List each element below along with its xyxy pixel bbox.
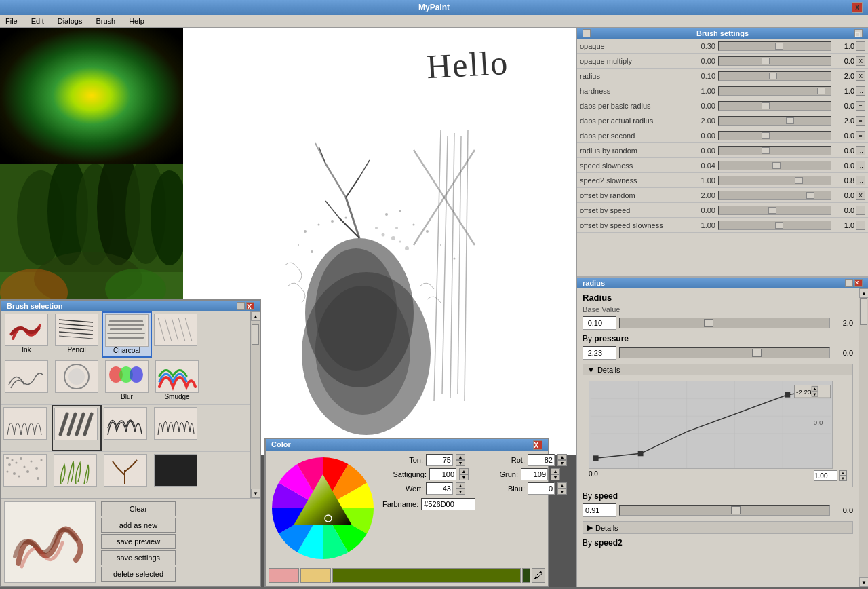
- bs-expand-icon[interactable]: □: [854, 29, 863, 37]
- ton-input[interactable]: [426, 454, 453, 466]
- cp1[interactable]: [593, 455, 599, 461]
- rot-up[interactable]: ▲: [557, 454, 567, 460]
- rad-scroll-down[interactable]: ▼: [859, 577, 868, 587]
- dabs-second-thumb[interactable]: [762, 132, 770, 139]
- opaque-multiply-slider[interactable]: [718, 56, 831, 66]
- rot-down[interactable]: ▼: [557, 460, 567, 466]
- ton-down[interactable]: ▼: [456, 460, 465, 466]
- radius-random-slider[interactable]: [718, 146, 831, 155]
- curve-down[interactable]: ▼: [839, 476, 847, 481]
- offset-random-slider[interactable]: [718, 191, 831, 200]
- color-wheel[interactable]: [269, 454, 377, 563]
- brush-item-13[interactable]: [1, 452, 52, 498]
- curve-right-input[interactable]: [814, 470, 837, 481]
- save-settings-button[interactable]: save settings: [101, 550, 176, 565]
- opaque-btn[interactable]: ...: [856, 41, 865, 51]
- brush-item-4[interactable]: [152, 311, 202, 358]
- wert-input[interactable]: [426, 482, 453, 495]
- brush-item-10[interactable]: [52, 405, 102, 451]
- brush-scroll-up[interactable]: ▲: [251, 311, 260, 321]
- menu-help[interactable]: Help: [126, 16, 147, 26]
- offset-speed-slow-slider[interactable]: [718, 221, 831, 230]
- farbname-input[interactable]: [421, 498, 475, 510]
- color-panel-close[interactable]: X: [533, 440, 542, 450]
- details-header-pressure[interactable]: ▼ Details: [583, 364, 852, 375]
- sattigung-up[interactable]: ▲: [459, 468, 469, 474]
- swatch-2[interactable]: [300, 568, 331, 583]
- base-slider-thumb[interactable]: [704, 319, 713, 327]
- sattigung-spinner[interactable]: ▲ ▼: [459, 468, 469, 480]
- base-slider[interactable]: [619, 318, 830, 328]
- hardness-slider[interactable]: [718, 86, 831, 96]
- brush-item-pencil[interactable]: Pencil: [52, 311, 102, 358]
- speed2-slowness-btn[interactable]: ...: [856, 176, 865, 185]
- radius-slider[interactable]: [718, 71, 831, 81]
- swatch-3[interactable]: [332, 568, 521, 583]
- curve-right-spinner[interactable]: ▲ ▼: [839, 470, 847, 481]
- close-button[interactable]: X: [852, 2, 863, 13]
- pressure-input[interactable]: [583, 346, 616, 360]
- brush-item-ink[interactable]: Ink: [1, 311, 52, 358]
- brush-item-14[interactable]: [52, 452, 102, 498]
- swatch-4[interactable]: [522, 568, 530, 583]
- sattigung-down[interactable]: ▼: [459, 474, 469, 480]
- blau-up[interactable]: ▲: [557, 482, 567, 489]
- speed-details-header[interactable]: ▶ Details: [583, 522, 852, 533]
- brush-item-9[interactable]: [1, 405, 52, 451]
- brush-scroll-thumb[interactable]: [252, 324, 259, 345]
- curve-graph-svg[interactable]: -2.23 ▲ ▼ 0.0: [589, 381, 833, 469]
- dabs-actual-thumb[interactable]: [786, 117, 794, 124]
- add-as-new-button[interactable]: add as new: [101, 518, 176, 533]
- wert-up[interactable]: ▲: [456, 482, 465, 489]
- brush-scroll-down[interactable]: ▼: [251, 489, 260, 498]
- opaque-multiply-thumb[interactable]: [762, 58, 770, 64]
- brush-item-smudge[interactable]: Smudge: [152, 358, 202, 404]
- radius-random-btn[interactable]: ...: [856, 146, 865, 155]
- speed2-slowness-slider[interactable]: [718, 176, 831, 185]
- wert-spinner[interactable]: ▲ ▼: [456, 482, 465, 495]
- offset-speed-btn[interactable]: ...: [856, 206, 865, 215]
- cp2[interactable]: [638, 451, 644, 456]
- dabs-basic-thumb[interactable]: [762, 102, 770, 109]
- menu-edit[interactable]: Edit: [28, 16, 47, 26]
- opaque-slider[interactable]: [718, 41, 831, 51]
- rad-scroll-thumb[interactable]: [860, 298, 867, 325]
- dabs-second-slider[interactable]: [718, 131, 831, 140]
- brush-item-12[interactable]: [152, 405, 202, 451]
- offset-speed-slider[interactable]: [718, 206, 831, 215]
- hardness-thumb[interactable]: [817, 88, 825, 94]
- menu-file[interactable]: File: [3, 16, 20, 26]
- dabs-basic-btn[interactable]: =: [856, 101, 865, 111]
- brush-item-16[interactable]: [152, 452, 202, 498]
- dabs-actual-slider[interactable]: [718, 116, 831, 126]
- dabs-actual-btn[interactable]: =: [856, 116, 865, 126]
- dabs-basic-slider[interactable]: [718, 101, 831, 111]
- brush-item-15[interactable]: [102, 452, 152, 498]
- radius-random-thumb[interactable]: [762, 147, 770, 154]
- radius-btn[interactable]: X: [856, 71, 865, 81]
- speed-input[interactable]: [583, 504, 616, 517]
- speed2-slowness-thumb[interactable]: [795, 177, 803, 184]
- offset-speed-thumb[interactable]: [768, 207, 776, 214]
- pressure-thumb[interactable]: [752, 349, 762, 357]
- dabs-second-btn[interactable]: =: [856, 131, 865, 140]
- color-picker-icon[interactable]: 🖍: [532, 568, 545, 583]
- clear-button[interactable]: Clear: [101, 501, 176, 516]
- speed-slowness-slider[interactable]: [718, 161, 831, 170]
- offset-speed-slow-btn[interactable]: ...: [856, 221, 865, 230]
- grun-input[interactable]: [521, 468, 548, 480]
- grun-up[interactable]: ▲: [551, 468, 560, 474]
- sattigung-input[interactable]: [429, 468, 456, 480]
- brush-item-charcoal[interactable]: Charcoal: [102, 311, 152, 358]
- blau-down[interactable]: ▼: [557, 489, 567, 495]
- blau-input[interactable]: [528, 482, 555, 495]
- speed-slowness-thumb[interactable]: [772, 162, 781, 169]
- offset-random-thumb[interactable]: [806, 192, 814, 199]
- delete-selected-button[interactable]: delete selected: [101, 567, 176, 582]
- opaque-thumb[interactable]: [775, 43, 783, 50]
- pressure-slider[interactable]: [619, 347, 830, 358]
- speed-slowness-btn[interactable]: ...: [856, 161, 865, 170]
- swatch-1[interactable]: [269, 568, 299, 583]
- hardness-btn[interactable]: ...: [856, 86, 865, 96]
- offset-speed-slow-thumb[interactable]: [775, 222, 783, 229]
